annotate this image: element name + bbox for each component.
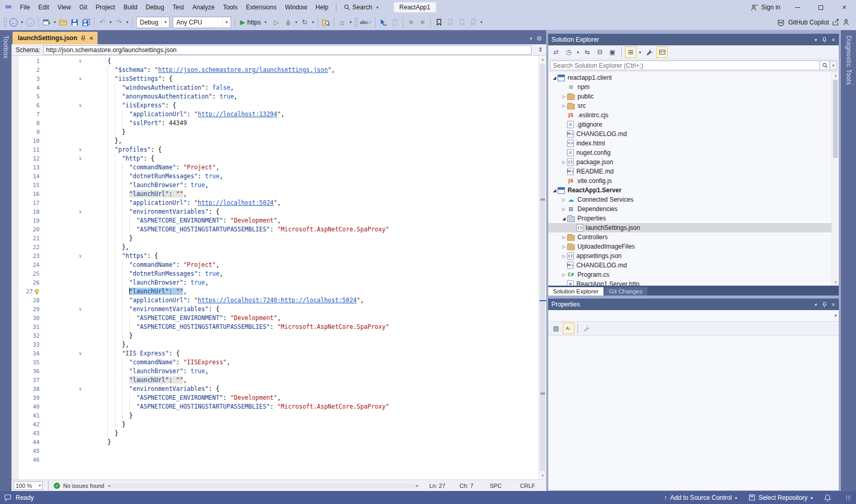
code-line[interactable]: 27"launchUrl": "",: [11, 287, 538, 296]
toolbar-drag-handle[interactable]: [354, 17, 358, 28]
fold-arrow-icon[interactable]: [75, 287, 86, 296]
code-text[interactable]: {: [86, 57, 538, 66]
selection-margin[interactable]: [42, 234, 75, 243]
code-text[interactable]: "launchUrl": "",: [86, 287, 538, 296]
line-number[interactable]: 26: [11, 278, 42, 287]
code-line[interactable]: 3∨"iisSettings": {: [11, 75, 538, 83]
code-text[interactable]: },: [86, 137, 538, 145]
filter-dropdown-icon[interactable]: ▾: [575, 50, 581, 55]
diagnostic-tools-side-tab[interactable]: Diagnostic Tools: [841, 30, 856, 491]
select-repository-button[interactable]: Select Repository ▴: [749, 494, 813, 501]
expand-arrow-icon[interactable]: ▷: [561, 244, 567, 249]
line-number[interactable]: 39: [11, 394, 42, 402]
code-line[interactable]: 25"dotnetRunMessages": true,: [11, 269, 538, 278]
tree-item-nuget-config[interactable]: ⚙nuget.config: [548, 148, 831, 157]
tree-item-reactapp1-server[interactable]: ◢ReactApp1.Server: [548, 186, 831, 195]
code-text[interactable]: "ASPNETCORE_HOSTINGSTARTUPASSEMBLIES": "…: [86, 323, 538, 331]
selection-margin[interactable]: [42, 199, 75, 207]
code-text[interactable]: }: [86, 234, 538, 243]
code-line[interactable]: 9}: [11, 128, 538, 137]
line-number[interactable]: 22: [11, 243, 42, 252]
code-line[interactable]: 32}: [11, 331, 538, 340]
redo-button[interactable]: ↷: [113, 16, 125, 29]
solution-search-input[interactable]: [550, 60, 819, 70]
code-text[interactable]: "applicationUrl": "http://localhost:1329…: [86, 110, 538, 119]
expand-arrow-icon[interactable]: ▷: [561, 94, 567, 99]
line-number[interactable]: 45: [11, 447, 42, 456]
code-line[interactable]: 40"ASPNETCORE_HOSTINGSTARTUPASSEMBLIES":…: [11, 402, 538, 411]
code-line[interactable]: 23∨"https": {: [11, 252, 538, 261]
tree-item-changelog-md[interactable]: M↓CHANGELOG.md: [548, 129, 831, 139]
code-text[interactable]: "commandName": "Project",: [86, 261, 538, 269]
tree-item-index-html[interactable]: <>index.html: [548, 139, 831, 148]
hot-reload-button[interactable]: [282, 16, 294, 29]
selection-margin[interactable]: [42, 314, 75, 323]
code-line[interactable]: 11∨"profiles": {: [11, 145, 538, 154]
code-line[interactable]: 8"sslPort": 44349: [11, 119, 538, 128]
properties-wrench-icon[interactable]: [644, 46, 655, 58]
code-text[interactable]: "dotnetRunMessages": true,: [86, 172, 538, 181]
line-number[interactable]: 7: [11, 110, 42, 119]
url-link[interactable]: http://localhost:5024: [198, 199, 273, 206]
close-button[interactable]: ✕: [833, 0, 856, 15]
line-number[interactable]: 19: [11, 216, 42, 225]
platform-dropdown[interactable]: Any CPU ▾: [173, 17, 231, 28]
code-line[interactable]: 13"commandName": "Project",: [11, 163, 538, 172]
fold-arrow-icon[interactable]: [75, 296, 86, 305]
scroll-right-icon[interactable]: ▸: [416, 482, 419, 489]
next-bookmark-button[interactable]: [456, 16, 467, 29]
code-text[interactable]: }: [86, 331, 538, 340]
code-text[interactable]: "environmentVariables": {: [86, 207, 538, 216]
preview-selected-items-icon[interactable]: [656, 46, 668, 58]
selection-margin[interactable]: [42, 128, 75, 137]
line-number[interactable]: 44: [11, 438, 42, 447]
selection-margin[interactable]: [42, 349, 75, 358]
line-number[interactable]: 27: [11, 287, 42, 296]
code-line[interactable]: 5"anonymousAuthentication": true,: [11, 92, 538, 101]
open-file-button[interactable]: [57, 16, 69, 29]
line-number[interactable]: 33: [11, 340, 42, 349]
line-number[interactable]: 29: [11, 305, 42, 314]
code-text[interactable]: "iisExpress": {: [86, 101, 538, 110]
line-number[interactable]: 8: [11, 119, 42, 128]
pin-icon[interactable]: [81, 35, 86, 41]
scrollbar-thumb[interactable]: [540, 64, 545, 471]
fold-arrow-icon[interactable]: [75, 83, 86, 92]
tree-item-connected-services[interactable]: ▷☁Connected Services: [548, 195, 831, 204]
code-line[interactable]: 36"launchBrowser": true,: [11, 367, 538, 376]
toolbox-side-tab[interactable]: Toolbox: [0, 30, 11, 491]
clear-bookmarks-button[interactable]: [467, 16, 479, 29]
selection-margin[interactable]: [42, 252, 75, 261]
fold-arrow-icon[interactable]: [75, 66, 86, 75]
spell-check-button[interactable]: abc ✓: [359, 16, 373, 29]
code-line[interactable]: 35"commandName": "IISExpress",: [11, 358, 538, 367]
save-button[interactable]: [69, 16, 80, 29]
search-options-dropdown-icon[interactable]: ▾: [830, 60, 837, 70]
pending-changes-filter-icon[interactable]: ◷: [563, 46, 574, 58]
fold-arrow-icon[interactable]: [75, 367, 86, 376]
scroll-down-icon[interactable]: ▼: [832, 279, 839, 286]
show-all-files-dropdown-icon[interactable]: ▾: [637, 50, 643, 55]
properties-pages-icon[interactable]: ▣: [607, 46, 618, 58]
navigate-pointer-button[interactable]: [378, 16, 389, 29]
code-text[interactable]: "applicationUrl": "http://localhost:5024…: [86, 199, 538, 207]
expand-arrow-icon[interactable]: ▷: [561, 160, 567, 165]
fold-arrow-icon[interactable]: [75, 340, 86, 349]
selection-margin[interactable]: [42, 261, 75, 269]
tree-item-reactapp1-server-http[interactable]: ⊕ReactApp1.Server.http: [548, 279, 831, 286]
selection-margin[interactable]: [42, 181, 75, 190]
selection-margin[interactable]: [42, 190, 75, 199]
previous-bookmark-button[interactable]: [444, 16, 456, 29]
code-text[interactable]: }: [86, 128, 538, 137]
selection-margin[interactable]: [42, 243, 75, 252]
line-number[interactable]: 36: [11, 367, 42, 376]
code-text[interactable]: "commandName": "IISExpress",: [86, 358, 538, 367]
line-number[interactable]: 28: [11, 296, 42, 305]
selection-margin[interactable]: [42, 340, 75, 349]
fold-arrow-icon[interactable]: [75, 376, 86, 385]
code-text[interactable]: "windowsAuthentication": false,: [86, 83, 538, 92]
fold-arrow-icon[interactable]: [75, 225, 86, 234]
selection-margin[interactable]: [42, 438, 75, 447]
fold-arrow-icon[interactable]: ∨: [75, 145, 86, 154]
search-go-icon[interactable]: [819, 60, 830, 70]
